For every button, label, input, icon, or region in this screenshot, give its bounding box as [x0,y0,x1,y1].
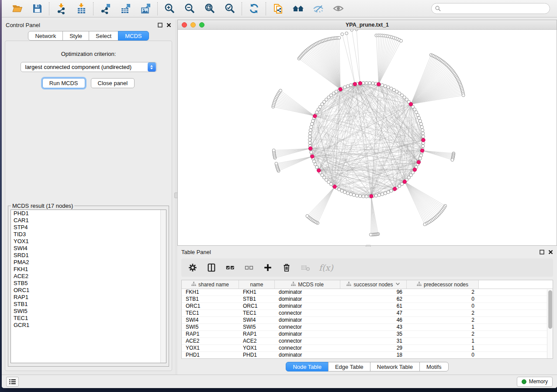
mcds-result-item[interactable]: PMA2 [11,259,166,266]
network-node[interactable] [419,120,422,123]
cell-predecessor-nodes[interactable]: 1 [407,345,479,351]
cell-predecessor-nodes[interactable]: 0 [407,303,479,309]
cell-successor-nodes[interactable]: 47 [340,310,407,316]
network-node[interactable] [387,191,390,194]
cell-MCDS-role[interactable]: connector [275,324,340,330]
mcds-result-item[interactable]: PHD1 [11,210,166,217]
tab-edge-table[interactable]: Edge Table [328,362,370,371]
network-node[interactable] [311,120,315,123]
table-row[interactable]: SWI5SWI5connector431 [182,324,553,331]
cell-successor-nodes[interactable]: 62 [340,296,407,303]
mcds-dominator-node[interactable] [393,187,397,191]
table-row[interactable]: FKH1FKH1dominator962 [182,289,553,296]
network-leaf-node[interactable] [272,149,275,152]
network-node[interactable] [377,193,381,196]
network-node[interactable] [421,129,424,132]
cell-predecessor-nodes[interactable]: 2 [407,310,479,316]
mcds-dominator-node[interactable] [417,160,420,164]
network-node[interactable] [381,84,384,87]
table-scrollbar-thumb[interactable] [548,290,552,329]
memory-button[interactable]: Memory [517,377,553,387]
network-node[interactable] [349,193,352,196]
cell-successor-nodes[interactable]: 29 [340,345,407,351]
run-mcds-button[interactable]: Run MCDS [42,78,85,88]
network-node[interactable] [308,141,311,144]
cell-successor-nodes[interactable]: 61 [340,303,407,309]
cell-MCDS-role[interactable]: dominator [275,296,340,303]
network-node[interactable] [310,126,313,129]
network-node[interactable] [381,193,384,196]
cell-predecessor-nodes[interactable]: 1 [407,324,479,330]
mcds-dominator-node[interactable] [377,83,381,86]
mcds-dominator-node[interactable] [409,103,412,106]
mcds-dominator-node[interactable] [311,155,314,158]
network-node[interactable] [343,191,346,194]
mcds-result-list[interactable]: PHD1CAR1STP4TID3YOX1SWI4SRD1PMA2FKH1ACE2… [10,210,166,363]
network-leaf-node[interactable] [423,223,426,226]
network-leaf-node[interactable] [341,33,344,36]
duplicate-network-button[interactable] [271,2,284,15]
tab-network[interactable]: Network [28,31,63,41]
export-image-button[interactable] [139,2,152,15]
cell-predecessor-nodes[interactable]: 1 [407,338,479,344]
network-node[interactable] [416,113,419,117]
cell-name[interactable]: ACE2 [239,338,275,344]
close-panel-icon[interactable] [548,250,553,254]
mcds-result-item[interactable]: FKH1 [11,266,166,273]
network-node[interactable] [365,195,368,198]
network-node[interactable] [365,81,368,84]
mcds-result-item[interactable]: ORC1 [11,287,166,294]
mcds-dominator-node[interactable] [370,194,373,198]
mcds-dominator-node[interactable] [339,87,342,91]
float-panel-icon[interactable] [540,250,544,254]
tab-node-table[interactable]: Node Table [286,362,329,371]
network-node[interactable] [362,82,365,85]
task-history-button[interactable] [6,377,19,387]
network-leaf-node[interactable] [350,30,353,31]
cell-MCDS-role[interactable]: connector [275,310,340,316]
zoom-out-button[interactable] [183,2,196,15]
network-leaf-node[interactable] [462,94,465,97]
cell-successor-nodes[interactable]: 96 [340,289,407,296]
table-row[interactable]: YOX1YOX1connector291 [182,345,553,352]
mcds-dominator-node[interactable] [353,83,356,86]
mcds-result-item[interactable]: ACE2 [11,273,166,280]
network-canvas[interactable] [178,30,557,245]
cell-predecessor-nodes[interactable]: 0 [407,296,479,303]
function-builder-button[interactable]: f(x) [319,263,333,272]
search-box[interactable] [431,3,550,14]
delete-row-button[interactable] [281,262,292,273]
cell-predecessor-nodes[interactable]: 0 [407,352,479,358]
mcds-result-item[interactable]: SWI5 [11,308,166,315]
import-table-button[interactable] [75,2,88,15]
network-leaf-node[interactable] [279,89,282,92]
cell-MCDS-role[interactable]: dominator [275,289,340,296]
mcds-result-item[interactable]: TID3 [11,231,166,238]
cell-shared-name[interactable]: YOX1 [182,345,239,351]
table-row[interactable]: SWI4SWI4dominator462 [182,317,553,324]
network-node[interactable] [343,86,346,89]
hide-details-button[interactable] [311,2,325,15]
cell-name[interactable]: PHD1 [239,352,275,358]
mcds-homes-button[interactable] [291,2,304,15]
cell-name[interactable]: SWI4 [239,317,275,323]
network-leaf-node[interactable] [355,30,358,31]
zoom-fit-button[interactable] [203,2,216,15]
network-node[interactable] [374,194,377,197]
mcds-result-item[interactable]: STB1 [11,301,166,308]
network-leaf-node[interactable] [400,39,403,42]
network-node[interactable] [309,129,312,132]
criterion-dropdown[interactable]: largest connected component (undirected) [21,62,157,72]
column-header-predecessor-nodes[interactable]: predecessor nodes [407,280,479,289]
cell-name[interactable]: ORC1 [239,303,275,309]
network-node[interactable] [359,195,362,198]
cell-shared-name[interactable]: STB1 [182,296,239,303]
mcds-dominator-node[interactable] [313,114,317,118]
network-node[interactable] [353,193,356,196]
network-node[interactable] [308,132,311,135]
network-node[interactable] [419,157,422,160]
network-node[interactable] [390,189,393,193]
cell-name[interactable]: YOX1 [239,345,275,351]
export-table-button[interactable] [119,2,132,15]
tab-network-table[interactable]: Network Table [370,362,420,371]
